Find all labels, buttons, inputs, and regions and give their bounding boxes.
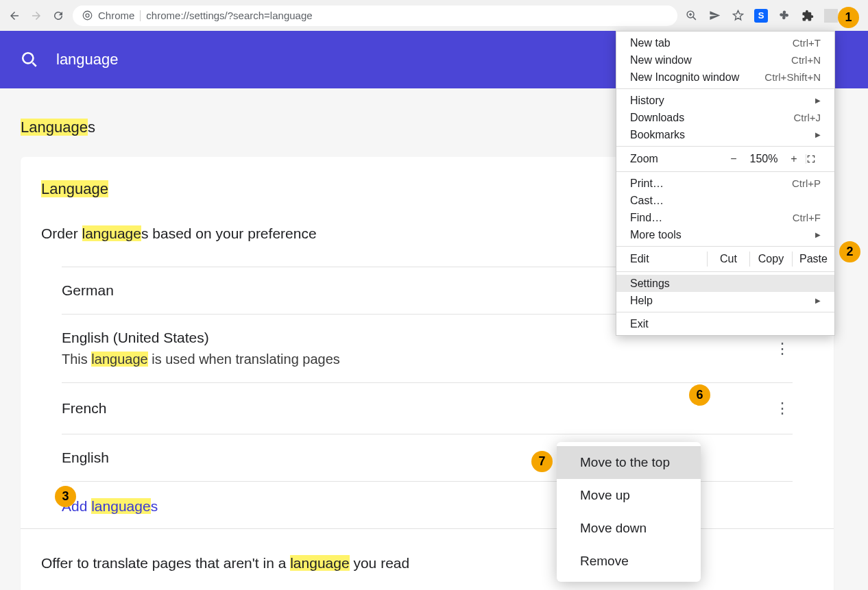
step-badge-6: 6 — [689, 384, 710, 406]
svg-point-1 — [86, 14, 89, 17]
menu-incognito[interactable]: New Incognito windowCtrl+Shift+N — [616, 69, 834, 86]
menu-bookmarks[interactable]: Bookmarks▶ — [616, 126, 834, 143]
more-options-button[interactable]: ⋮ — [772, 339, 793, 359]
bookmark-star-icon[interactable] — [731, 9, 745, 23]
menu-separator — [616, 146, 834, 147]
extensions-puzzle-icon[interactable] — [801, 9, 815, 23]
menu-help[interactable]: Help▶ — [616, 292, 834, 309]
menu-move-down[interactable]: Move down — [557, 512, 701, 545]
svg-line-3 — [692, 17, 695, 20]
menu-move-up[interactable]: Move up — [557, 479, 701, 512]
menu-separator — [616, 246, 834, 247]
menu-settings[interactable]: Settings — [616, 275, 834, 292]
forward-button[interactable] — [29, 8, 44, 23]
zoom-indicator-icon[interactable] — [684, 9, 698, 23]
chevron-right-icon: ▶ — [815, 231, 821, 238]
menu-separator — [616, 171, 834, 172]
svg-point-9 — [23, 53, 33, 63]
chevron-right-icon: ▶ — [815, 131, 821, 138]
step-badge-2: 2 — [839, 241, 860, 262]
omnibox-separator — [140, 10, 141, 21]
offer-translate-row[interactable]: Offer to translate pages that aren't in … — [21, 528, 834, 571]
menu-edit-row: Edit Cut Copy Paste — [616, 249, 834, 269]
svg-point-0 — [83, 11, 92, 20]
language-context-menu: Move to the top Move up Move down Remove — [557, 442, 701, 582]
menu-copy[interactable]: Copy — [749, 251, 792, 267]
back-button[interactable] — [7, 8, 22, 23]
toolbar-right: S — [684, 9, 861, 23]
menu-more-tools[interactable]: More tools▶ — [616, 226, 834, 243]
extension-clover-icon[interactable] — [777, 9, 791, 23]
menu-new-tab[interactable]: New tabCtrl+T — [616, 34, 834, 51]
menu-paste[interactable]: Paste — [792, 251, 834, 267]
fullscreen-button[interactable] — [806, 154, 825, 164]
more-options-button[interactable]: ⋮ — [772, 398, 793, 419]
zoom-out-button[interactable]: − — [722, 153, 745, 165]
browser-toolbar: Chrome chrome://settings/?search=languag… — [0, 0, 868, 31]
reload-button[interactable] — [51, 8, 66, 23]
menu-print[interactable]: Print…Ctrl+P — [616, 175, 834, 192]
url-prefix: Chrome — [98, 10, 134, 21]
search-query[interactable]: language — [56, 51, 119, 69]
menu-new-window[interactable]: New windowCtrl+N — [616, 51, 834, 69]
menu-history[interactable]: History▶ — [616, 92, 834, 109]
menu-zoom: Zoom − 150% + — [616, 149, 834, 169]
chrome-main-menu: New tabCtrl+T New windowCtrl+N New Incog… — [616, 31, 835, 336]
step-badge-7: 7 — [531, 451, 553, 472]
url-text: chrome://settings/?search=language — [146, 10, 312, 21]
zoom-level: 150% — [745, 153, 782, 165]
language-row-french[interactable]: French ⋮ — [62, 383, 793, 434]
send-icon[interactable] — [708, 9, 721, 23]
menu-cut[interactable]: Cut — [707, 251, 749, 267]
menu-exit[interactable]: Exit — [616, 315, 834, 332]
add-languages-link[interactable]: Add languages — [21, 482, 834, 521]
chrome-icon — [82, 10, 93, 21]
menu-separator — [616, 88, 834, 89]
profile-icon[interactable] — [824, 9, 838, 23]
menu-cast[interactable]: Cast… — [616, 192, 834, 209]
menu-remove[interactable]: Remove — [557, 545, 701, 578]
svg-line-10 — [32, 62, 36, 66]
step-badge-1: 1 — [838, 7, 859, 28]
chevron-right-icon: ▶ — [815, 297, 821, 304]
menu-separator — [616, 271, 834, 272]
menu-move-top[interactable]: Move to the top — [557, 446, 701, 479]
extension-s-icon[interactable]: S — [754, 9, 768, 23]
menu-separator — [616, 312, 834, 312]
menu-find[interactable]: Find…Ctrl+F — [616, 209, 834, 226]
zoom-in-button[interactable]: + — [782, 153, 806, 165]
search-icon[interactable] — [21, 51, 38, 69]
chevron-right-icon: ▶ — [815, 97, 821, 104]
step-badge-3: 3 — [55, 486, 76, 507]
omnibox[interactable]: Chrome chrome://settings/?search=languag… — [73, 5, 677, 26]
menu-downloads[interactable]: DownloadsCtrl+J — [616, 109, 834, 126]
